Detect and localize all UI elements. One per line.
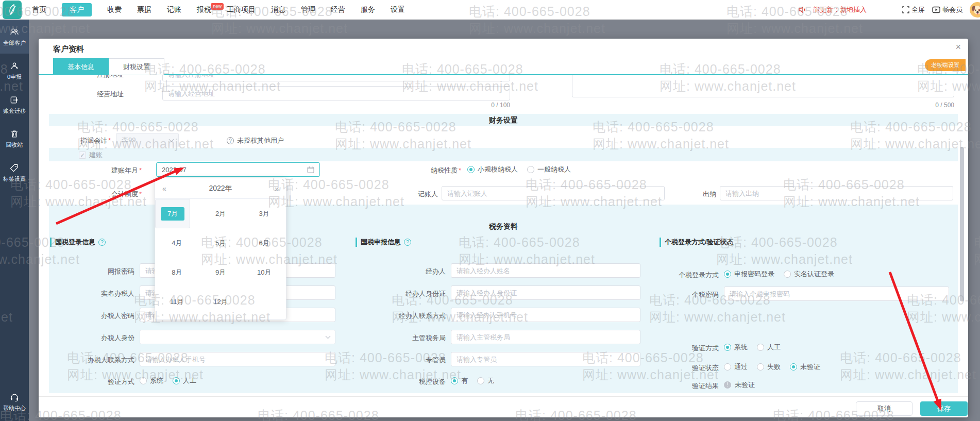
save-button[interactable]: 保存 [920, 401, 968, 416]
month-cell-2[interactable]: 2月 [199, 199, 243, 228]
checkbox-checked-icon: ✓ [79, 151, 86, 159]
prev-year-icon[interactable]: « [162, 184, 166, 193]
radio-系统[interactable]: 系统 [140, 376, 163, 385]
tab-finance-tax[interactable]: 财税设置 [109, 58, 164, 75]
trash-icon [9, 129, 20, 139]
radio-实名认证登录[interactable]: 实名认证登录 [784, 270, 834, 279]
clipped-address-row: 注册地址 [39, 75, 554, 82]
radio-general[interactable]: 一般纳税人 [527, 165, 571, 174]
cashier-input[interactable] [720, 186, 953, 200]
个税密码-input[interactable] [724, 287, 949, 301]
remark-counter: 0 / 500 [908, 102, 954, 109]
经办人身份证-input[interactable] [451, 285, 640, 300]
经办人联系方式-input[interactable] [451, 308, 640, 322]
tax-column-title-2: 个税登录方式/验证状态 [660, 238, 734, 247]
nav-item-7[interactable]: 消息 [271, 5, 285, 14]
sidebar-item-3[interactable]: 回收站 [0, 122, 29, 156]
nav-item-11[interactable]: 设置 [391, 5, 405, 14]
radio-off-icon [784, 271, 791, 278]
member-button[interactable]: 畅会员 [932, 5, 962, 14]
radio-通过[interactable]: 通过 [724, 362, 748, 372]
report-icon [9, 61, 20, 71]
办税人身份-select[interactable] [140, 330, 335, 344]
field-label: 专管员 [354, 356, 446, 365]
nav-item-4[interactable]: 记账 [167, 5, 181, 14]
办税人联系方式-input[interactable] [140, 352, 335, 366]
sidebar-item-0[interactable]: 全部客户 [0, 20, 29, 54]
nav-item-9[interactable]: 经营 [331, 5, 345, 14]
radio-申报密码登录[interactable]: 申报密码登录 [724, 270, 774, 279]
nav-item-10[interactable]: 服务 [361, 5, 375, 14]
radio-人工[interactable]: 人工 [757, 343, 781, 352]
nav-item-5[interactable]: 报税new [197, 5, 211, 14]
主管税务局-input[interactable] [451, 330, 640, 344]
month-cell-9[interactable]: 9月 [199, 258, 243, 287]
radio-未验证[interactable]: 未验证 [790, 362, 820, 372]
radio-on-icon [467, 166, 475, 173]
question-icon[interactable]: ? [404, 239, 411, 246]
month-cell-4[interactable]: 4月 [155, 228, 199, 258]
专管员-input[interactable] [451, 352, 640, 366]
month-cell-7[interactable]: 7月 [155, 199, 190, 228]
user-avatar[interactable]: 🐶 [970, 2, 980, 18]
period-input[interactable]: 2022-07 [156, 162, 320, 177]
app-root: 首页客户收费票据记账报税new工商项目消息管理经营服务设置 功能更新：新增插入 … [0, 0, 980, 421]
radio-失败[interactable]: 失败 [757, 362, 781, 372]
tab-basic-info[interactable]: 基本信息 [53, 58, 109, 75]
field-label: 办税人联系方式 [48, 356, 134, 365]
nav-item-6[interactable]: 工商项目 [227, 5, 256, 14]
field-label: 个税登录方式 [650, 271, 719, 280]
month-cell-8[interactable]: 8月 [155, 258, 199, 287]
nav-item-0[interactable]: 首页 [32, 5, 46, 14]
nav-item-8[interactable]: 管理 [301, 5, 315, 14]
month-cell-10[interactable]: 10月 [242, 258, 286, 287]
month-cell-3[interactable]: 3月 [242, 199, 286, 228]
radio-无[interactable]: 无 [477, 376, 494, 385]
accountant-select[interactable]: 李99 [116, 133, 179, 147]
calendar-icon[interactable] [307, 166, 314, 173]
question-icon[interactable]: ? [227, 137, 234, 144]
field-label: 网报密码 [48, 267, 134, 276]
sidebar-item-4[interactable]: 标签设置 [0, 156, 29, 190]
footer-divider [39, 396, 968, 397]
nav-item-1[interactable]: 客户 [62, 3, 92, 16]
business-address-input[interactable] [162, 86, 510, 100]
announcement-ticker[interactable]: 功能更新：新增插入 [814, 5, 895, 14]
remark-textarea[interactable] [572, 75, 954, 97]
field-label: 验证方式 [48, 377, 134, 386]
经办人-input[interactable] [451, 263, 640, 278]
app-logo[interactable] [3, 1, 22, 19]
migrate-icon [9, 95, 20, 105]
next-year-icon[interactable]: » [275, 184, 279, 193]
sidebar-item-2[interactable]: 账套迁移 [0, 88, 29, 122]
registered-address-input[interactable] [162, 75, 510, 81]
nav-item-2[interactable]: 收费 [107, 5, 122, 14]
sidebar-item-help[interactable]: 帮助中心 [0, 385, 29, 419]
nav-item-3[interactable]: 票据 [137, 5, 151, 14]
radio-on-icon [173, 377, 180, 384]
create-account-checkbox[interactable]: ✓ 建账 [79, 150, 103, 160]
month-cell-5[interactable]: 5月 [199, 228, 243, 258]
month-cell-12[interactable]: 12月 [199, 287, 243, 316]
vertical-scrollbar-thumb[interactable] [960, 147, 964, 301]
radio-off-icon [757, 344, 764, 351]
field-label: 办税人身份 [48, 333, 134, 343]
field-label: 个税密码 [650, 290, 719, 299]
boss-settings-button[interactable]: 老板端设置 [925, 59, 966, 71]
taxpayer-type-label: 纳税性质* [407, 166, 461, 175]
close-icon[interactable]: × [955, 42, 961, 53]
radio-人工[interactable]: 人工 [173, 376, 196, 385]
bookkeeper-input[interactable] [442, 186, 665, 200]
month-cell-6[interactable]: 6月 [242, 228, 286, 258]
radio-on-icon [724, 271, 731, 278]
info-icon: ! [724, 381, 731, 389]
sidebar: 全部客户0申报账套迁移回收站标签设置帮助中心 [0, 20, 29, 421]
sidebar-item-1[interactable]: 0申报 [0, 54, 29, 88]
fullscreen-button[interactable]: 全屏 [902, 5, 925, 14]
radio-有[interactable]: 有 [451, 376, 468, 385]
radio-系统[interactable]: 系统 [724, 343, 748, 352]
month-cell-11[interactable]: 11月 [155, 287, 199, 316]
cancel-button[interactable]: 取消 [856, 401, 913, 416]
question-icon[interactable]: ? [98, 239, 106, 246]
radio-small-scale[interactable]: 小规模纳税人 [467, 165, 518, 174]
